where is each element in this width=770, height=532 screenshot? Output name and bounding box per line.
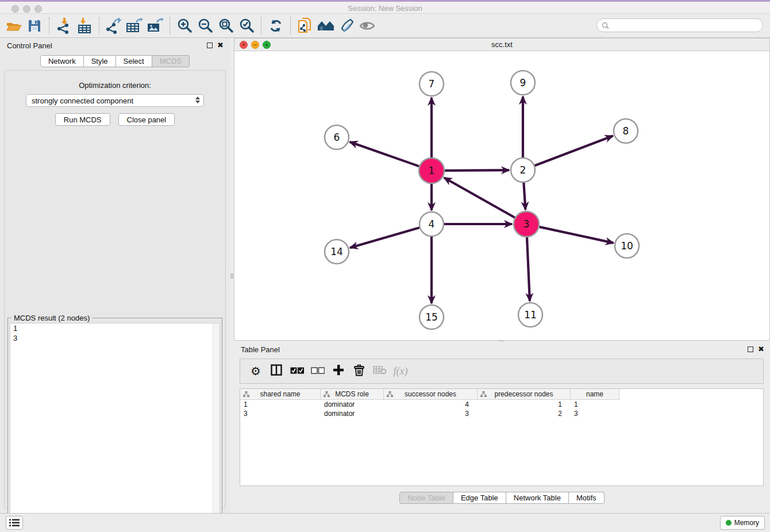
- select-all-button[interactable]: [288, 362, 306, 380]
- zoom-selected-button[interactable]: [236, 16, 257, 36]
- columns-icon: [271, 364, 282, 378]
- edge-1-6[interactable]: [350, 142, 419, 166]
- select-all-icon: [290, 366, 304, 376]
- graph-node-1[interactable]: 1: [419, 158, 444, 183]
- graph-node-14[interactable]: 14: [325, 240, 349, 264]
- home-button[interactable]: [315, 16, 336, 36]
- graph-node-2[interactable]: 2: [511, 158, 535, 182]
- control-panel: Control Panel ✖ NetworkStyleSelectMCDS O…: [0, 38, 230, 513]
- table-row[interactable]: 3dominator323: [240, 409, 763, 418]
- tab-select[interactable]: Select: [116, 55, 152, 67]
- edge-1-2[interactable]: [445, 170, 509, 171]
- tab-mcds[interactable]: MCDS: [152, 55, 190, 67]
- edge-2-8[interactable]: [535, 136, 613, 166]
- deselect-all-button[interactable]: [309, 362, 326, 380]
- tab-edge-table[interactable]: Edge Table: [453, 492, 506, 504]
- network-canvas[interactable]: 7968124314101511: [234, 51, 769, 340]
- network-from-selection-button[interactable]: [295, 16, 315, 36]
- close-panel-icon[interactable]: ✖: [217, 41, 224, 49]
- graph-node-9[interactable]: 9: [511, 71, 535, 95]
- zoom-in-button[interactable]: [174, 16, 195, 36]
- save-session-icon: [27, 18, 42, 33]
- zoom-out-button[interactable]: [195, 16, 215, 36]
- table-tabs: Node TableEdge TableNetwork TableMotifs: [234, 492, 770, 505]
- refresh-button[interactable]: [265, 16, 286, 36]
- graph-node-3[interactable]: 3: [514, 211, 539, 237]
- node-label: 8: [623, 125, 629, 137]
- column-header-name[interactable]: name: [571, 389, 619, 400]
- graph-node-7[interactable]: 7: [419, 72, 444, 96]
- network-window-titlebar[interactable]: ✕ − + scc.txt: [234, 38, 769, 51]
- mcds-result-value: 3: [10, 333, 220, 343]
- save-session-button[interactable]: [24, 16, 45, 36]
- eye-icon: [359, 20, 375, 32]
- graph-node-6[interactable]: 6: [325, 125, 349, 149]
- memory-button[interactable]: Memory: [720, 516, 765, 530]
- function-builder-icon: f(x): [394, 365, 408, 377]
- result-scrollbar[interactable]: [213, 323, 220, 532]
- memory-status-icon: [726, 520, 732, 526]
- table-cell: 2: [478, 409, 571, 418]
- table-cell: 1: [571, 400, 619, 409]
- task-history-button[interactable]: [6, 516, 23, 530]
- export-table-icon: [126, 18, 143, 34]
- settings-button[interactable]: ⚙: [247, 362, 264, 380]
- export-image-button[interactable]: [145, 16, 165, 36]
- add-row-button[interactable]: [330, 362, 347, 380]
- zoom-in-icon: [176, 18, 192, 34]
- table-float-icon[interactable]: [748, 346, 753, 352]
- eye-button[interactable]: [357, 16, 378, 36]
- node-table[interactable]: shared nameMCDS rolesuccessor nodesprede…: [240, 388, 764, 486]
- export-network-button[interactable]: [103, 16, 124, 36]
- style-button[interactable]: [336, 16, 357, 36]
- graph-node-8[interactable]: 8: [614, 119, 638, 143]
- open-session-button[interactable]: [3, 16, 24, 36]
- vertical-split-divider[interactable]: [230, 38, 234, 513]
- edge-4-14[interactable]: [350, 228, 419, 248]
- edge-3-1[interactable]: [444, 178, 515, 217]
- graph-node-11[interactable]: 11: [518, 303, 542, 327]
- zoom-fit-button[interactable]: [215, 16, 236, 36]
- open-session-icon: [6, 18, 22, 33]
- export-table-button[interactable]: [124, 16, 145, 36]
- column-header-shared-name[interactable]: shared name: [240, 389, 321, 400]
- import-network-button[interactable]: [53, 16, 74, 36]
- graph-node-10[interactable]: 10: [615, 234, 639, 258]
- columns-button[interactable]: [268, 362, 285, 380]
- table-cell: 1: [478, 400, 571, 409]
- table-row[interactable]: 1dominator411: [240, 400, 763, 409]
- float-panel-icon[interactable]: [207, 43, 213, 48]
- delete-row-button[interactable]: [351, 362, 368, 380]
- tab-node-table[interactable]: Node Table: [399, 492, 453, 504]
- edge-3-10[interactable]: [539, 227, 613, 243]
- table-close-icon[interactable]: ✖: [758, 345, 764, 353]
- run-mcds-button[interactable]: Run MCDS: [55, 113, 110, 126]
- search-input[interactable]: [609, 20, 763, 30]
- tab-motifs[interactable]: Motifs: [569, 492, 605, 504]
- edge-3-11[interactable]: [527, 237, 530, 301]
- column-header-successor-nodes[interactable]: successor nodes: [384, 389, 478, 400]
- add-row-icon: [333, 364, 344, 378]
- tab-network-table[interactable]: Network Table: [506, 492, 569, 504]
- edge-2-3[interactable]: [523, 183, 525, 210]
- column-header-MCDS-role[interactable]: MCDS role: [321, 389, 384, 400]
- network-graph[interactable]: 7968124314101511: [234, 51, 769, 340]
- column-header-predecessor-nodes[interactable]: predecessor nodes: [478, 389, 571, 400]
- optimization-criterion-dropdown[interactable]: strongly connected component: [26, 94, 204, 107]
- close-panel-button[interactable]: Close panel: [118, 113, 175, 126]
- search-box[interactable]: [596, 18, 763, 32]
- application-window: Session: New Session Control Panel ✖ Net…: [0, 0, 770, 532]
- tab-style[interactable]: Style: [84, 55, 116, 67]
- import-table-button[interactable]: [74, 16, 95, 36]
- zoom-out-icon: [197, 18, 213, 34]
- graph-node-4[interactable]: 4: [419, 212, 444, 236]
- node-label: 10: [621, 240, 633, 252]
- split-handle-icon[interactable]: [230, 273, 233, 279]
- table-cell: 3: [384, 409, 478, 418]
- mcds-result-title: MCDS result (2 nodes): [11, 314, 92, 322]
- mcds-result-list[interactable]: 13: [10, 323, 220, 532]
- tab-network[interactable]: Network: [40, 55, 84, 67]
- graph-node-15[interactable]: 15: [419, 305, 444, 329]
- node-label: 3: [523, 218, 530, 230]
- column-label: shared name: [260, 390, 300, 398]
